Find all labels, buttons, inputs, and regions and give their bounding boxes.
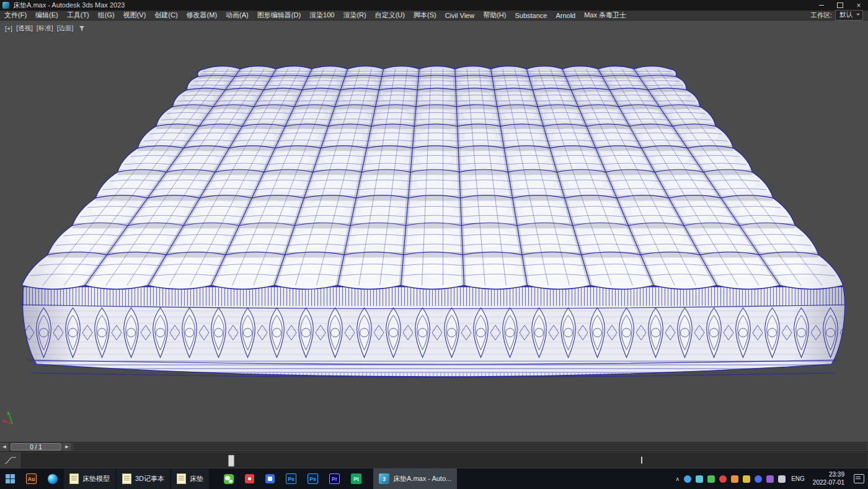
mattress-side — [17, 287, 851, 392]
taskbar-item-label: 床垫模型 — [82, 474, 110, 483]
menu-item[interactable]: Max 杀毒卫士 — [580, 11, 631, 20]
taskbar-item-red-app[interactable] — [239, 469, 260, 489]
taskbar-item-document[interactable]: 床垫 — [171, 469, 209, 489]
curve-icon — [4, 456, 17, 465]
close-icon: × — [856, 2, 861, 9]
security-tray-icon[interactable] — [684, 475, 691, 483]
taskbar-item-photoshop-2[interactable]: Ps — [302, 469, 324, 489]
action-center-icon[interactable] — [854, 474, 864, 483]
menu-item[interactable]: 创建(C) — [150, 11, 182, 20]
workspace-label: 工作区: — [811, 11, 832, 20]
language-indicator[interactable]: ENG — [790, 475, 806, 482]
notepad-icon — [177, 473, 186, 484]
track-bar-track[interactable] — [22, 454, 866, 467]
menu-item[interactable]: 渲染100 — [305, 11, 339, 20]
track-bar[interactable] — [0, 451, 868, 469]
menu-item[interactable]: 自定义(U) — [371, 11, 409, 20]
taskbar-clock[interactable]: 23:39 2022-07-01 — [810, 471, 847, 487]
hidden-icons-chevron-icon[interactable]: ∧ — [676, 476, 680, 482]
start-button[interactable] — [0, 469, 20, 489]
notepad-icon — [69, 473, 79, 484]
office-tray-icon[interactable] — [743, 475, 750, 483]
mattress-top — [0, 58, 868, 294]
viewport-menu-style[interactable]: [标准] — [37, 24, 53, 33]
menu-item[interactable]: 编辑(E) — [31, 11, 63, 20]
taskbar-item-edge[interactable] — [42, 469, 63, 489]
clock-date: 2022-07-01 — [813, 479, 844, 487]
taskbar-item-label: 3D记事本 — [135, 474, 164, 483]
cloud-tray-icon[interactable] — [696, 475, 703, 483]
viewport-menu-pov[interactable]: [透视] — [16, 24, 33, 33]
window-title: 床垫A.max - Autodesk 3ds Max 2023 — [13, 1, 125, 10]
menu-item[interactable]: 脚本(S) — [409, 11, 441, 20]
next-frame-button[interactable]: ▶ — [63, 442, 72, 451]
menu-item[interactable]: 修改器(M) — [182, 11, 222, 20]
minimize-button[interactable] — [812, 0, 831, 11]
menu-item[interactable]: 图形编辑器(D) — [253, 11, 305, 20]
taskbar-item-wechat[interactable] — [218, 469, 239, 489]
taskbar-item-painter[interactable]: Pt — [345, 469, 367, 489]
viewport-menu-shading[interactable]: [边面] — [57, 24, 74, 33]
painter-icon: Pt — [351, 473, 361, 484]
close-button[interactable]: × — [849, 0, 868, 11]
menu-item[interactable]: 组(G) — [94, 11, 119, 20]
edge-browser-icon — [48, 474, 58, 484]
taskbar-item-3dsmax-active[interactable]: 3 床垫A.max - Auto... — [373, 469, 457, 489]
menu-item[interactable]: Civil View — [441, 12, 479, 19]
taskbar-item-blue-app[interactable] — [260, 469, 280, 489]
menu-item[interactable]: 帮助(H) — [479, 11, 510, 20]
menu-item[interactable]: 渲染(R) — [339, 11, 370, 20]
viewport[interactable]: [+] [透视] [标准] [边面] — [0, 20, 868, 442]
world-axis-icon — [2, 411, 12, 424]
taskbar-item-photoshop-1[interactable]: Ps — [280, 469, 302, 489]
notepad-icon — [122, 473, 131, 484]
trackbar-tick — [641, 457, 642, 464]
blue-app-icon — [265, 474, 275, 483]
menu-item[interactable]: 动画(A) — [221, 11, 253, 20]
menu-items: 文件(F)编辑(E)工具(T)组(G)视图(V)创建(C)修改器(M)动画(A)… — [0, 11, 631, 20]
taskbar-item-document[interactable]: 3D记事本 — [117, 469, 170, 489]
filter-icon[interactable] — [79, 25, 85, 32]
taskbar-item-audition[interactable]: Au — [20, 469, 42, 489]
download-tray-icon[interactable] — [731, 475, 738, 483]
menu-item[interactable]: 工具(T) — [63, 11, 94, 20]
photoshop-icon: Ps — [286, 473, 296, 484]
prev-frame-button[interactable]: ◀ — [0, 442, 9, 451]
maximize-icon — [837, 2, 843, 8]
taskbar-item-document[interactable]: 床垫模型 — [64, 469, 115, 489]
time-slider: ◀ 0 / 1 ▶ — [0, 442, 868, 451]
viewport-label: [+] [透视] [标准] [边面] — [5, 24, 85, 33]
volume-tray-icon[interactable] — [778, 475, 786, 483]
menu-item[interactable]: Substance — [510, 12, 551, 19]
viewport-canvas[interactable] — [0, 20, 868, 442]
wechat-icon — [224, 474, 234, 484]
menu-item[interactable]: 文件(F) — [0, 11, 31, 20]
wechat-tray-icon[interactable] — [707, 475, 715, 483]
taskbar-item-label: 床垫 — [190, 474, 203, 483]
minimize-icon — [819, 5, 824, 6]
premiere-icon: Pr — [329, 473, 340, 484]
menu-item[interactable]: Arnold — [551, 12, 580, 19]
clock-time: 23:39 — [829, 471, 844, 479]
maximize-button[interactable] — [831, 0, 849, 11]
workspace-dropdown[interactable]: 默认 — [835, 10, 863, 20]
taskbar: Au 床垫模型3D记事本床垫 Ps Ps Pr Pt 3 床垫A.max - A… — [0, 469, 868, 489]
windows-logo-icon — [6, 474, 15, 483]
menu-item[interactable]: 视图(V) — [119, 11, 151, 20]
3dsmax-icon: 3 — [379, 473, 389, 484]
viewport-menu-general[interactable]: [+] — [5, 25, 12, 32]
workspace-selector: 工作区: 默认 — [811, 10, 868, 20]
app-icon — [2, 2, 9, 9]
mini-curve-editor-button[interactable] — [0, 452, 22, 469]
time-slider-handle[interactable]: 0 / 1 — [11, 443, 61, 451]
trackbar-marker[interactable] — [228, 455, 234, 467]
system-tray: ∧ ENG 23:39 2022-07-01 — [672, 469, 868, 489]
taskbar-item-premiere[interactable]: Pr — [324, 469, 345, 489]
tray-icons: ∧ — [676, 475, 786, 483]
time-slider-track[interactable] — [74, 444, 866, 450]
music-tray-icon[interactable] — [719, 475, 727, 483]
input-tray-icon[interactable] — [766, 475, 774, 483]
photoshop-icon: Ps — [308, 473, 318, 484]
audition-icon: Au — [26, 473, 37, 484]
driver-tray-icon[interactable] — [755, 475, 762, 483]
